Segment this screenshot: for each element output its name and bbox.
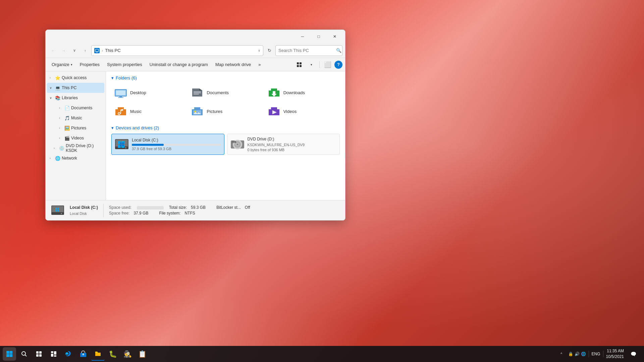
taskbar-widgets-button[interactable]: [47, 347, 60, 361]
status-drive-icon: [51, 204, 64, 217]
properties-label: Properties: [80, 62, 100, 67]
map-network-button[interactable]: Map network drive: [212, 60, 254, 70]
taskbar-edge-button[interactable]: [62, 347, 75, 361]
uninstall-label: Uninstall or change a program: [150, 62, 208, 67]
dvd-icon-sidebar: 💿: [59, 145, 64, 151]
sidebar-item-this-pc[interactable]: ∨ 💻 This PC: [47, 83, 104, 93]
view-layout-button[interactable]: [294, 60, 305, 70]
space-used-bar-container: [137, 206, 164, 209]
notification-button[interactable]: 🗨️: [627, 347, 640, 361]
svg-rect-12: [194, 92, 201, 92]
taskbar-store-button[interactable]: [76, 347, 90, 361]
svg-rect-46: [55, 210, 57, 212]
refresh-button[interactable]: ↻: [265, 46, 274, 55]
documents-icon-sidebar: 📄: [64, 105, 70, 111]
drive-item-d[interactable]: DVD ROM DVD Drive (D:) KSDKWIN_MULFRE_EN…: [227, 134, 340, 155]
uninstall-button[interactable]: Uninstall or change a program: [146, 60, 211, 70]
svg-point-48: [61, 213, 62, 214]
up-button[interactable]: ↑: [80, 46, 90, 55]
music-folder-label: Music: [130, 109, 142, 114]
language-indicator[interactable]: ENG: [592, 352, 600, 356]
search-icon[interactable]: 🔍: [336, 48, 341, 53]
svg-rect-49: [6, 351, 9, 354]
taskbar-left: 🐛 🕵️ 📋: [0, 347, 152, 361]
view-layout-chevron[interactable]: ▾: [306, 60, 317, 70]
back-button[interactable]: ←: [48, 46, 58, 55]
properties-button[interactable]: Properties: [76, 60, 103, 70]
pictures-label-sidebar: Pictures: [71, 126, 102, 130]
folders-section-header[interactable]: ▾ Folders (6): [111, 75, 340, 80]
volume-icon: 🔊: [575, 352, 580, 356]
status-space-used-row: Space used: Total size: 59.3 GB BitLocke…: [109, 205, 250, 210]
this-pc-label: This PC: [62, 85, 102, 90]
network-chevron: ›: [50, 157, 54, 160]
taskbar-task-view-button[interactable]: [32, 347, 46, 361]
downloads-folder-label: Downloads: [283, 90, 305, 95]
pictures-folder-icon: [191, 105, 203, 117]
dvd-chevron-sidebar: ›: [54, 146, 58, 150]
minimize-button[interactable]: ─: [295, 31, 310, 42]
start-button[interactable]: [3, 347, 16, 361]
sidebar-item-libraries[interactable]: ∨ 📚 Libraries: [47, 93, 104, 103]
taskbar-clock[interactable]: 11:35 AM 10/5/2021: [606, 348, 624, 360]
videos-icon-sidebar: 🎬: [64, 135, 70, 141]
system-properties-button[interactable]: System properties: [104, 60, 146, 70]
file-system-value: NTFS: [184, 211, 195, 216]
svg-rect-50: [10, 351, 13, 354]
space-used-bar: [136, 205, 165, 210]
sidebar-item-quick-access[interactable]: › ⭐ Quick access: [47, 73, 104, 83]
folder-item-desktop[interactable]: Desktop: [111, 84, 186, 101]
devices-section-header[interactable]: ▾ Devices and drives (2): [111, 125, 340, 130]
maximize-button[interactable]: □: [311, 31, 326, 42]
taskbar-bug-button[interactable]: 🐛: [106, 347, 119, 361]
svg-rect-56: [39, 351, 42, 354]
help-button[interactable]: ?: [334, 61, 342, 69]
details-pane-button[interactable]: ⬜: [322, 60, 333, 70]
close-button[interactable]: ✕: [327, 31, 342, 42]
taskbar-notes-button[interactable]: 📋: [136, 347, 149, 361]
total-size-value: 59.3 GB: [191, 205, 206, 210]
svg-point-16: [118, 113, 120, 114]
dvd-drive-icon: DVD ROM: [231, 138, 244, 151]
sidebar-item-network[interactable]: › 🌐 Network: [47, 153, 104, 163]
folder-item-pictures[interactable]: Pictures: [188, 103, 263, 120]
status-drive-label: Local Disk (C:): [70, 205, 98, 210]
svg-rect-28: [120, 142, 122, 144]
taskbar-spy-button[interactable]: 🕵️: [121, 347, 134, 361]
address-bar[interactable]: › This PC ∨: [91, 45, 263, 56]
network-label: Network: [62, 156, 102, 161]
lock-icon: 🔒: [568, 352, 573, 356]
folder-item-music[interactable]: Music: [111, 103, 186, 120]
folder-item-videos[interactable]: Videos: [265, 103, 340, 120]
svg-rect-58: [39, 354, 42, 357]
sidebar-item-pictures[interactable]: › 🖼️ Pictures: [47, 123, 104, 133]
more-toolbar-button[interactable]: »: [255, 60, 264, 70]
organize-button[interactable]: Organize ▾: [48, 60, 76, 70]
forward-button[interactable]: →: [59, 46, 68, 55]
folder-item-downloads[interactable]: Downloads: [265, 84, 340, 101]
taskbar-file-explorer-button[interactable]: [91, 347, 105, 361]
svg-point-37: [236, 143, 238, 145]
svg-rect-11: [118, 97, 123, 98]
dropdown-button[interactable]: ∨: [70, 46, 79, 55]
svg-rect-57: [36, 354, 39, 357]
sidebar-item-dvd[interactable]: › 💿 DVD Drive (D:) KSDK: [47, 143, 104, 153]
tray-expand-button[interactable]: ^: [557, 350, 566, 358]
sidebar-item-documents[interactable]: › 📄 Documents: [47, 103, 104, 113]
folder-item-documents[interactable]: Documents: [188, 84, 263, 101]
svg-rect-1: [96, 52, 98, 52]
libraries-chevron: ∨: [50, 96, 54, 100]
svg-rect-10: [119, 97, 122, 97]
taskbar-search-button[interactable]: [17, 347, 31, 361]
documents-folder-label: Documents: [207, 90, 229, 95]
address-chevron: ∨: [258, 49, 260, 52]
search-input[interactable]: [278, 48, 335, 53]
sidebar-item-music[interactable]: › 🎵 Music: [47, 113, 104, 123]
quick-access-star-icon: ⭐: [55, 75, 60, 80]
space-free-value: 37.9 GB: [133, 211, 148, 216]
search-box[interactable]: 🔍: [275, 45, 342, 56]
taskbar-time: 11:35 AM: [606, 348, 624, 354]
network-tray-icon: 🌐: [581, 352, 586, 356]
drive-item-c[interactable]: Local Disk (C:) 37.9 GB free of 59.3 GB: [111, 134, 224, 155]
sidebar-item-videos[interactable]: › 🎬 Videos: [47, 133, 104, 143]
